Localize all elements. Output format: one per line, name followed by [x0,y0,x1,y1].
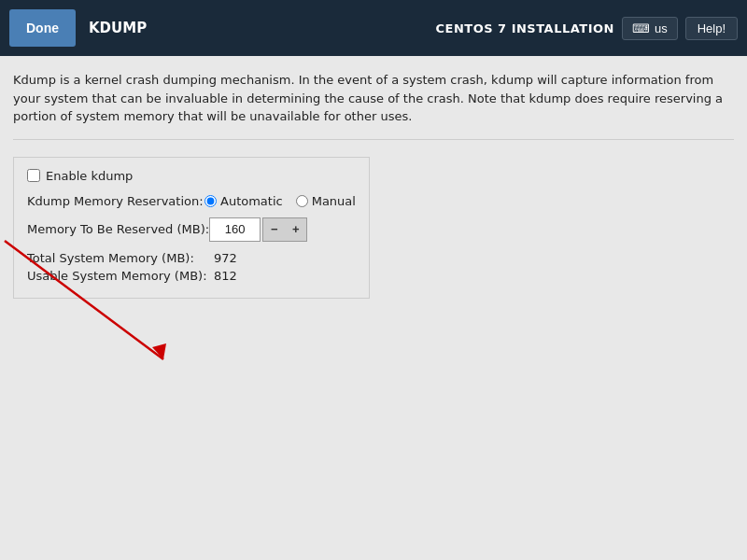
automatic-option[interactable]: Automatic [204,194,283,208]
done-button[interactable]: Done [9,9,76,47]
increment-button[interactable]: + [285,217,307,242]
keyboard-button[interactable]: ⌨ us [622,17,678,40]
kdump-form: Enable kdump Kdump Memory Reservation: A… [13,157,370,299]
right-header: CENTOS 7 INSTALLATION ⌨ us Help! [435,0,747,56]
total-memory-label: Total System Memory (MB): [27,251,214,265]
reservation-type-group: Automatic Manual [204,194,356,208]
description-text: Kdump is a kernel crash dumping mechanis… [13,71,734,140]
automatic-label: Automatic [220,194,283,208]
installation-title: CENTOS 7 INSTALLATION [435,21,613,35]
usable-memory-label: Usable System Memory (MB): [27,269,214,283]
app-title: KDUMP [85,0,435,56]
main-content: Kdump is a kernel crash dumping mechanis… [0,56,747,560]
manual-radio[interactable] [296,195,308,207]
memory-spinbox: − + [209,217,307,242]
memory-reservation-row: Kdump Memory Reservation: Automatic Manu… [27,194,356,208]
enable-kdump-checkbox[interactable] [27,169,40,182]
decrement-button[interactable]: − [262,217,285,242]
total-memory-row: Total System Memory (MB): 972 [27,251,356,265]
usable-memory-row: Usable System Memory (MB): 812 [27,269,356,283]
memory-to-reserve-row: Memory To Be Reserved (MB): − + [27,217,356,242]
enable-kdump-label: Enable kdump [46,169,133,183]
header: Done KDUMP CENTOS 7 INSTALLATION ⌨ us He… [0,0,747,56]
automatic-radio[interactable] [204,195,217,207]
enable-kdump-row: Enable kdump [27,169,356,183]
manual-option[interactable]: Manual [296,194,356,208]
memory-reservation-label: Kdump Memory Reservation: [27,194,204,208]
total-memory-value: 972 [214,251,237,265]
keyboard-lang: us [655,21,668,35]
svg-marker-1 [152,343,166,359]
manual-label: Manual [312,194,356,208]
memory-value-input[interactable] [209,217,261,242]
usable-memory-value: 812 [214,269,237,283]
memory-to-reserve-label: Memory To Be Reserved (MB): [27,222,209,236]
help-button[interactable]: Help! [685,17,738,40]
keyboard-icon: ⌨ [632,21,650,35]
